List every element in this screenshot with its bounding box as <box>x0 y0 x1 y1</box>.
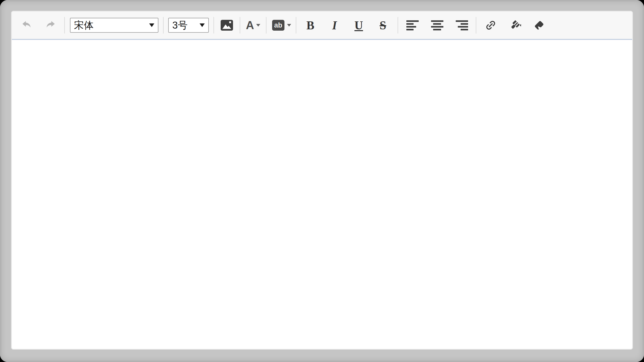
image-icon <box>221 20 233 31</box>
paint-brush-icon <box>509 19 521 31</box>
toolbar-separator <box>296 17 296 33</box>
highlight-icon: ab <box>272 20 284 31</box>
strikethrough-label: S <box>380 19 386 32</box>
caret-down-icon <box>149 23 154 27</box>
undo-icon <box>21 20 32 31</box>
font-size-value: 3号 <box>172 20 187 30</box>
font-family-value: 宋体 <box>74 20 94 30</box>
italic-button[interactable]: I <box>328 17 341 33</box>
toolbar-separator <box>213 17 214 33</box>
align-left-icon <box>406 17 419 33</box>
eraser-icon <box>533 19 545 31</box>
insert-link-button[interactable] <box>485 19 497 31</box>
bold-label: B <box>306 19 314 32</box>
toolbar-separator <box>398 17 398 33</box>
caret-down-icon <box>200 23 205 27</box>
text-format-group: B I U S <box>304 17 389 33</box>
editor-window: 宋体 3号 A <box>0 0 644 362</box>
font-family-select[interactable]: 宋体 <box>70 18 158 33</box>
rich-text-editor: 宋体 3号 A <box>12 12 632 349</box>
font-size-select[interactable]: 3号 <box>168 18 209 33</box>
highlight-label: ab <box>274 22 282 29</box>
caret-down-icon <box>287 24 291 27</box>
link-icon <box>485 19 497 31</box>
highlight-color-button[interactable]: ab <box>272 20 291 31</box>
editor-content-area[interactable] <box>12 40 632 349</box>
strikethrough-button[interactable]: S <box>377 17 389 33</box>
format-painter-button[interactable] <box>509 19 521 31</box>
italic-label: I <box>332 19 337 32</box>
align-right-button[interactable] <box>456 17 468 33</box>
align-right-icon <box>456 17 468 33</box>
toolbar-separator <box>266 17 266 33</box>
insert-image-button[interactable] <box>221 20 233 31</box>
underline-label: U <box>354 19 363 32</box>
eraser-button[interactable] <box>533 19 545 31</box>
insert-tools-group <box>485 19 545 31</box>
align-center-icon <box>431 17 443 33</box>
redo-button[interactable] <box>45 20 57 31</box>
toolbar-separator <box>163 17 164 33</box>
font-color-button[interactable]: A <box>246 20 260 31</box>
toolbar-separator <box>64 17 65 33</box>
font-color-label: A <box>246 20 254 31</box>
undo-button[interactable] <box>21 20 32 31</box>
bold-button[interactable]: B <box>304 17 317 33</box>
caret-down-icon <box>256 24 260 27</box>
alignment-group <box>406 17 468 33</box>
toolbar-separator <box>240 17 240 33</box>
toolbar-separator <box>476 17 476 33</box>
align-center-button[interactable] <box>431 17 443 33</box>
underline-button[interactable]: U <box>352 17 365 33</box>
align-left-button[interactable] <box>406 17 419 33</box>
editor-toolbar: 宋体 3号 A <box>12 12 632 40</box>
redo-icon <box>45 20 57 31</box>
